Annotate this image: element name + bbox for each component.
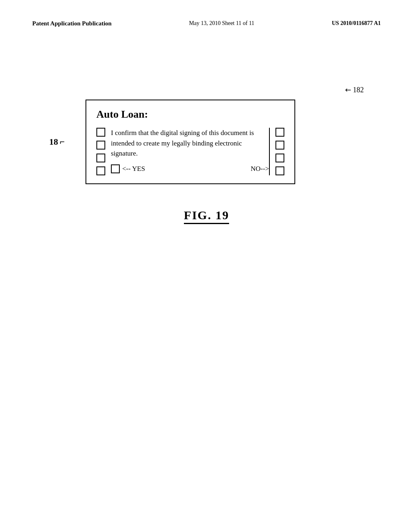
page-header: Patent Application Publication May 13, 2… [0, 0, 413, 27]
checkbox-left-4[interactable] [96, 166, 105, 175]
checkbox-right-1[interactable] [275, 128, 284, 137]
checkbox-left-2[interactable] [96, 141, 105, 150]
header-publication-label: Patent Application Publication [32, 20, 112, 27]
dialog-box: Auto Loan: I confirm that the digital si… [86, 100, 295, 184]
header-patent-number: US 2010/0116877 A1 [332, 20, 381, 27]
dialog-title: Auto Loan: [96, 108, 284, 121]
checkbox-left-3[interactable] [96, 154, 105, 162]
dialog-center: I confirm that the digital signing of th… [111, 128, 269, 175]
left-checkboxes [96, 128, 111, 175]
main-content: 18 ⌐ ↙ 182 Auto Loan: [0, 100, 413, 224]
header-date-sheet: May 13, 2010 Sheet 11 of 11 [189, 20, 254, 27]
yes-label: <-- YES [122, 165, 145, 173]
figure-label: FIG. 19 [184, 208, 229, 224]
checkbox-yes[interactable] [111, 164, 120, 173]
dialog-body-text: I confirm that the digital signing of th… [111, 128, 269, 159]
figure-label-text: FIG. 19 [184, 208, 229, 224]
checkbox-left-1[interactable] [96, 128, 105, 137]
right-checkboxes [269, 128, 284, 175]
label-18: 18 ⌐ [49, 137, 65, 147]
checkbox-right-2[interactable] [275, 141, 284, 150]
checkbox-right-4[interactable] [275, 166, 284, 175]
checkbox-right-3[interactable] [275, 154, 284, 162]
diagram-area: 18 ⌐ ↙ 182 Auto Loan: [86, 100, 327, 184]
label-182: ↙ 182 [345, 85, 364, 94]
no-label: NO--> [251, 165, 269, 173]
